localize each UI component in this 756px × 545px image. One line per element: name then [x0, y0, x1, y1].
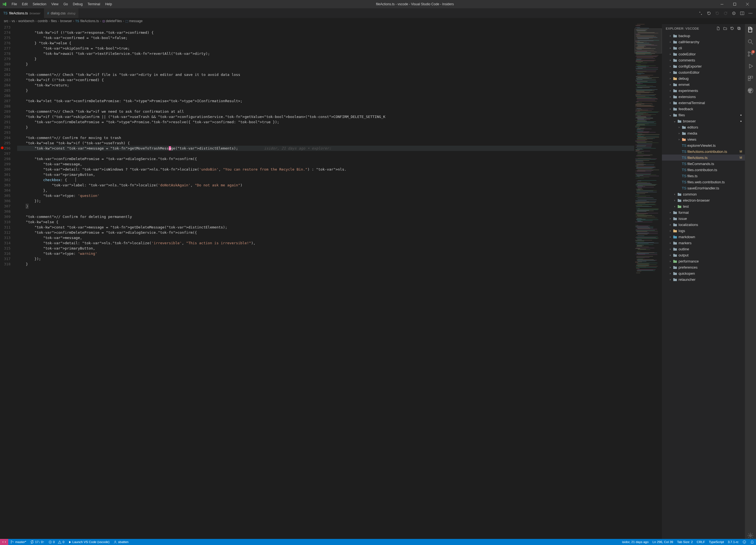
- folder-externalTerminal[interactable]: ›externalTerminal: [662, 100, 745, 106]
- indentation-status[interactable]: Tab Size: 2: [675, 539, 695, 545]
- folder-configExporter[interactable]: ›configExporter: [662, 63, 745, 69]
- menu-selection[interactable]: Selection: [30, 1, 48, 7]
- menu-debug[interactable]: Debug: [71, 1, 85, 7]
- file-fileActions.ts[interactable]: TSfileActions.tsM: [662, 154, 745, 161]
- folder-localizations[interactable]: ›localizations: [662, 221, 745, 227]
- folder-test[interactable]: ›test: [662, 203, 745, 209]
- folder-views[interactable]: ›views: [662, 136, 745, 142]
- search-activity-icon[interactable]: [747, 38, 754, 45]
- menu-edit[interactable]: Edit: [20, 1, 30, 7]
- folder-quickopen[interactable]: ›quickopen: [662, 270, 745, 277]
- folder-customEditor[interactable]: ›customEditor: [662, 69, 745, 75]
- file-fileCommands.ts[interactable]: TSfileCommands.ts: [662, 161, 745, 167]
- compare-icon[interactable]: [698, 11, 703, 15]
- collapse-all-icon[interactable]: [737, 26, 741, 30]
- sync-status[interactable]: 17↓ 0↑: [28, 539, 46, 545]
- refresh-icon[interactable]: [730, 26, 734, 30]
- file-files.web.contribution.ts[interactable]: TSfiles.web.contribution.ts: [662, 179, 745, 185]
- folder-experiments[interactable]: ›experiments: [662, 87, 745, 94]
- feedback-icon[interactable]: [741, 539, 748, 545]
- breadcrumb-message[interactable]: ⬚message: [125, 19, 143, 23]
- toggle-whitespace-icon[interactable]: [732, 11, 736, 15]
- split-editor-icon[interactable]: [740, 11, 744, 15]
- scm-activity-icon[interactable]: 3: [747, 51, 754, 57]
- folder-comments[interactable]: ›comments: [662, 57, 745, 63]
- tab-fileActions.ts[interactable]: TSfileActions.tsbrowser: [0, 8, 44, 18]
- folder-preferences[interactable]: ›preferences: [662, 264, 745, 270]
- cursor-position-status[interactable]: Ln 296, Col 39: [651, 539, 675, 545]
- menu-view[interactable]: View: [49, 1, 61, 7]
- code-content[interactable]: "tok-kw">if (!"tok-var">response."tok-va…: [16, 24, 634, 539]
- minimap[interactable]: [634, 24, 662, 539]
- github-activity-icon[interactable]: [747, 87, 754, 94]
- folder-performance[interactable]: ›performance: [662, 258, 745, 264]
- breadcrumb-fileActions.ts[interactable]: TSfileActions.ts: [75, 19, 99, 23]
- notifications-icon[interactable]: [748, 539, 756, 545]
- breakpoint-icon[interactable]: [1, 146, 4, 149]
- revert-icon[interactable]: [707, 11, 711, 15]
- language-mode-status[interactable]: TypeScript: [707, 539, 726, 545]
- remote-indicator[interactable]: [0, 539, 8, 545]
- menu-help[interactable]: Help: [103, 1, 114, 7]
- new-file-icon[interactable]: [716, 26, 720, 30]
- folder-format[interactable]: ›format: [662, 209, 745, 215]
- close-button[interactable]: [741, 0, 754, 8]
- file-fileActions.contribution.ts[interactable]: TSfileActions.contribution.tsM: [662, 148, 745, 154]
- file-explorerViewlet.ts[interactable]: TSexplorerViewlet.ts: [662, 142, 745, 148]
- breadcrumb-workbench[interactable]: workbench: [18, 19, 34, 23]
- folder-electron-browser[interactable]: ›electron-browser: [662, 197, 745, 203]
- folder-outline[interactable]: ›outline: [662, 246, 745, 252]
- typescript-version-status[interactable]: 3.7.1-rc: [726, 539, 741, 545]
- settings-activity-icon[interactable]: [747, 532, 754, 539]
- breadcrumb-deleteFiles[interactable]: ⊡deleteFiles: [102, 19, 122, 23]
- folder-issue[interactable]: ›issue: [662, 215, 745, 221]
- folder-media[interactable]: ›media: [662, 130, 745, 136]
- breadcrumb-src[interactable]: src: [4, 19, 8, 23]
- task-runner-status[interactable]: Launch VS Code (vscode): [66, 539, 112, 545]
- breadcrumb-vs[interactable]: vs: [12, 19, 15, 23]
- file-files.contribution.ts[interactable]: TSfiles.contribution.ts: [662, 167, 745, 173]
- eol-status[interactable]: CRLF: [695, 539, 707, 545]
- more-icon[interactable]: [748, 11, 753, 15]
- folder-logs[interactable]: ›logs: [662, 227, 745, 234]
- folder-extensions[interactable]: ›extensions: [662, 94, 745, 100]
- minimap-viewport[interactable]: [635, 29, 662, 53]
- breadcrumb-files[interactable]: files: [51, 19, 57, 23]
- gitlens-blame-status[interactable]: isidor, 21 days ago: [620, 539, 651, 545]
- folder-cli[interactable]: ›cli: [662, 45, 745, 51]
- breadcrumb-contrib[interactable]: contrib: [38, 19, 48, 23]
- problems-status[interactable]: 0 0: [46, 539, 66, 545]
- editor[interactable]: 2732742752762772782792802812822832842852…: [0, 24, 662, 539]
- live-share-status[interactable]: sbatten: [112, 539, 131, 545]
- explorer-activity-icon[interactable]: [747, 26, 754, 33]
- folder-feedback[interactable]: ›feedback: [662, 106, 745, 112]
- debug-activity-icon[interactable]: [747, 63, 754, 69]
- file-tree[interactable]: ›backup›callHierarchy›cli›codeEditor›com…: [662, 33, 745, 539]
- folder-output[interactable]: ›output: [662, 252, 745, 258]
- folder-debug[interactable]: ›debug: [662, 75, 745, 81]
- folder-callHierarchy[interactable]: ›callHierarchy: [662, 39, 745, 45]
- menu-terminal[interactable]: Terminal: [86, 1, 102, 7]
- folder-common[interactable]: ›common: [662, 191, 745, 197]
- prev-change-icon[interactable]: [715, 11, 719, 15]
- folder-files[interactable]: ⌄files●: [662, 112, 745, 118]
- folder-markdown[interactable]: ›markdown: [662, 234, 745, 240]
- new-folder-icon[interactable]: [723, 26, 727, 30]
- folder-backup[interactable]: ›backup: [662, 33, 745, 39]
- folder-codeEditor[interactable]: ›codeEditor: [662, 51, 745, 57]
- file-saveErrorHandler.ts[interactable]: TSsaveErrorHandler.ts: [662, 185, 745, 191]
- folder-relauncher[interactable]: ›relauncher: [662, 277, 745, 283]
- minimize-button[interactable]: [716, 0, 728, 8]
- maximize-button[interactable]: [728, 0, 741, 8]
- git-branch-status[interactable]: master*: [8, 539, 28, 545]
- folder-editors[interactable]: ›editors: [662, 124, 745, 130]
- menu-go[interactable]: Go: [61, 1, 70, 7]
- menu-file[interactable]: File: [9, 1, 19, 7]
- breadcrumb-browser[interactable]: browser: [60, 19, 72, 23]
- folder-emmet[interactable]: ›emmet: [662, 81, 745, 87]
- breadcrumbs[interactable]: src›vs›workbench›contrib›files›browser›T…: [0, 18, 756, 24]
- file-files.ts[interactable]: TSfiles.ts: [662, 173, 745, 179]
- next-change-icon[interactable]: [723, 11, 728, 15]
- folder-browser[interactable]: ⌄browser●: [662, 118, 745, 124]
- tab-dialog.css[interactable]: #dialog.cssdialog: [44, 8, 79, 18]
